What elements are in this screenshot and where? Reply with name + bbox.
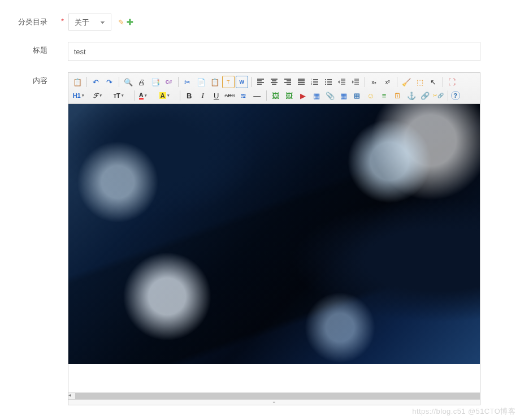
content-label: 内容 — [5, 72, 55, 86]
attachment-icon[interactable]: 📎 — [324, 89, 336, 102]
resize-handle[interactable]: ≡ — [68, 399, 480, 405]
separator — [365, 77, 365, 87]
required-mark: * — [61, 14, 64, 25]
source-icon[interactable]: 📋 — [71, 76, 84, 88]
italic-icon[interactable]: I — [197, 89, 209, 102]
svg-text:3: 3 — [311, 83, 312, 85]
align-right-icon[interactable] — [281, 76, 294, 88]
svg-point-4 — [325, 81, 326, 83]
separator — [180, 90, 180, 101]
paste-word-icon[interactable]: W — [236, 76, 248, 88]
rich-text-editor: 📋 ↶ ↷ 🔍 🖨 📑 C# ✂ 📄 📋 T W — [68, 72, 480, 405]
svg-point-3 — [325, 79, 326, 80]
unordered-list-icon[interactable] — [322, 76, 335, 88]
unlink-icon[interactable]: ✂🔗 — [432, 89, 445, 102]
pagebreak-icon[interactable]: 🗓 — [392, 89, 404, 102]
underline-icon[interactable]: U — [210, 89, 223, 102]
anchor-icon[interactable]: ⚓ — [405, 89, 418, 102]
paste-icon[interactable]: 📋 — [209, 76, 221, 88]
plus-icon[interactable]: ✚ — [127, 18, 133, 27]
title-input[interactable] — [68, 42, 480, 61]
watermark-text: https://blog.c51 @51CTO博客 — [412, 406, 515, 417]
separator — [251, 77, 252, 87]
heading-dropdown[interactable]: H1▾ — [71, 89, 90, 102]
print-icon[interactable]: 🖨 — [136, 76, 148, 88]
spacer — [61, 72, 63, 84]
indent-icon[interactable] — [349, 76, 362, 88]
font-family-dropdown[interactable]: ℱ▾ — [92, 89, 111, 102]
align-center-icon[interactable] — [268, 76, 280, 88]
spacer — [61, 42, 63, 54]
fullscreen-icon[interactable]: ⛶ — [446, 76, 458, 88]
editor-toolbar: 📋 ↶ ↷ 🔍 🖨 📑 C# ✂ 📄 📋 T W — [68, 73, 480, 104]
table-icon[interactable]: ▦ — [337, 89, 350, 102]
cursor-icon[interactable]: ↖ — [427, 76, 440, 88]
separator — [178, 77, 179, 87]
category-select[interactable]: 关于 — [68, 14, 111, 31]
title-label: 标题 — [5, 42, 55, 55]
ordered-list-icon[interactable]: 123 — [309, 76, 321, 88]
separator — [448, 90, 448, 101]
line-icon[interactable]: ≋ — [237, 89, 250, 102]
content-image[interactable] — [68, 104, 480, 364]
multi-image-icon[interactable]: 🖼 — [283, 89, 296, 102]
paste-text-icon[interactable]: T — [222, 76, 235, 88]
subscript-icon[interactable]: x₂ — [368, 76, 380, 88]
align-left-icon[interactable] — [254, 76, 267, 88]
outdent-icon[interactable] — [336, 76, 348, 88]
superscript-icon[interactable]: x² — [382, 76, 394, 88]
font-size-dropdown[interactable]: тT▾ — [112, 89, 131, 102]
bold-icon[interactable]: B — [183, 89, 196, 102]
redo-icon[interactable]: ↷ — [103, 76, 116, 88]
preview-icon[interactable]: 🔍 — [122, 76, 135, 88]
media-icon[interactable]: ▦ — [310, 89, 323, 102]
separator — [86, 77, 87, 87]
emoji-icon[interactable]: ☺ — [365, 89, 377, 102]
editor-content-area[interactable] — [68, 104, 480, 392]
undo-icon[interactable]: ↶ — [90, 76, 102, 88]
select-all-icon[interactable]: ⬚ — [414, 76, 426, 88]
strike-icon[interactable]: ABC — [224, 89, 236, 102]
svg-point-5 — [325, 84, 326, 85]
separator — [266, 90, 267, 101]
separator — [134, 90, 135, 101]
hr-icon[interactable]: — — [251, 89, 263, 102]
baidu-map-icon[interactable]: ⊞ — [351, 89, 363, 102]
clear-format-icon[interactable]: 🧹 — [400, 76, 413, 88]
cut-icon[interactable]: ✂ — [181, 76, 194, 88]
separator — [397, 77, 397, 87]
horizontal-scrollbar[interactable] — [68, 392, 480, 399]
help-icon[interactable]: ? — [451, 91, 460, 100]
special-char-icon[interactable]: ≡ — [378, 89, 391, 102]
image-icon[interactable]: 🖼 — [270, 89, 282, 102]
font-color-dropdown[interactable]: A▾ — [137, 89, 157, 102]
pencil-icon[interactable]: ✎ — [118, 18, 124, 27]
copy-icon[interactable]: 📄 — [195, 76, 207, 88]
flash-icon[interactable]: ▶ — [297, 89, 309, 102]
separator — [443, 77, 443, 87]
category-label: 分类目录 — [5, 14, 55, 27]
link-icon[interactable]: 🔗 — [419, 89, 431, 102]
code-icon[interactable]: C# — [163, 76, 175, 88]
separator — [119, 77, 119, 87]
align-justify-icon[interactable] — [295, 76, 307, 88]
back-color-dropdown[interactable]: A▾ — [158, 89, 177, 102]
template-icon[interactable]: 📑 — [149, 76, 162, 88]
